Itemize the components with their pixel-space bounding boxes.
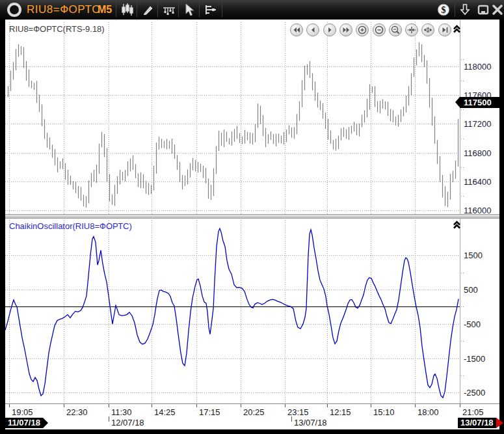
time-tick-mark [152,404,152,407]
time-tick-label: 18:00 [418,407,439,417]
time-tick-label: 11:30 [111,407,132,417]
separator [222,3,222,17]
levels-icon[interactable] [202,2,219,18]
time-tick-mark [109,404,109,407]
time-tick-mark [241,404,241,407]
title-bar: RIU8=ФОРТС M5 [0,0,504,20]
scroll-far-left-icon [291,25,302,35]
separator [178,3,179,17]
zoom-window-button[interactable] [389,23,402,36]
time-tick-mark [64,404,64,407]
scroll-far-right-button[interactable] [339,23,352,36]
oscillator-axis-label: 1500 [464,251,483,260]
expand-bars-icon [423,25,433,35]
chart-window: RIU8=ФОРТС M5 [0,0,504,434]
timeframe-label[interactable]: M5 [98,4,112,16]
time-tick-mark [327,404,328,407]
oscillator-axis-label: -500 [464,319,481,329]
zoom-out-icon [374,25,384,35]
separator [116,3,116,17]
indicator-icon[interactable] [161,2,178,18]
candlestick-chart-icon[interactable] [119,2,136,18]
date-label: 12/07/18 [111,418,144,427]
svg-text:$: $ [442,5,446,15]
chart-content: RIU8=ФОРТС(RTS-9.18) 1180001176001172001… [5,20,499,429]
collapse-price-panel-icon[interactable] [451,24,462,34]
scroll-far-right-icon [341,25,351,35]
date-label: 13/07/18 [294,418,327,427]
scroll-far-left-button[interactable] [290,23,303,36]
date-tick-mark [291,416,292,422]
price-panel-title: RIU8=ФОРТС(RTS-9.18) [9,24,105,34]
price-axis-label: 118000 [464,62,491,72]
scroll-right-button[interactable] [323,23,336,36]
dollar-icon[interactable]: $ [435,2,452,18]
zoom-in-icon [357,25,367,35]
close-icon[interactable] [489,2,504,18]
time-tick-label: 20:25 [243,407,265,417]
time-tick-label: 22:30 [66,407,88,417]
send-down-icon[interactable] [457,2,473,18]
time-tick-mark [196,404,197,407]
scroll-left-button[interactable] [306,23,319,36]
time-tick-label: 14:25 [154,407,176,417]
oscillator-panel-title: ChaikinOscillator(RIU8=ФОРТС) [9,221,132,231]
date-tick-mark [109,416,109,422]
time-tick-mark [285,404,285,407]
time-tick-mark [415,404,416,407]
separator [455,3,455,17]
time-tick-label: 15:10 [373,407,395,417]
scroll-right-icon [325,25,335,35]
pencil-icon[interactable] [140,2,157,18]
panel-splitter[interactable] [5,214,499,219]
price-bars-series [8,42,458,208]
oscillator-axis-label: -1500 [464,354,485,364]
expand-bars-button[interactable] [421,23,434,36]
time-tick-label: 17:15 [199,407,220,417]
zoom-window-icon [390,25,401,35]
time-tick-label: 19:05 [12,407,33,417]
last-price-marker: 117500 [460,97,503,108]
time-tick-label: 23:15 [287,407,309,417]
oscillator-axis-label: -2500 [464,388,485,398]
window-title: RIU8=ФОРТС [27,3,100,16]
go-to-end-button[interactable] [438,23,451,36]
oscillator-line [5,228,458,398]
time-tick-mark [9,404,10,407]
time-tick-mark [460,404,460,407]
date-badge-end: 13/07/18 [458,418,496,428]
separator [157,3,158,17]
price-axis-label: 116400 [464,177,491,187]
separator [199,3,200,17]
date-badge-start: 11/07/18 [5,418,43,428]
separator [137,3,137,17]
zoom-out-button[interactable] [373,23,386,36]
price-axis-label: 116800 [464,148,491,158]
zoom-in-button[interactable] [356,23,369,36]
compress-bars-button[interactable] [405,23,418,36]
instrument-ring-icon [7,3,21,17]
time-tick-label: 12:15 [330,407,351,417]
price-axis-label: 117200 [464,119,491,129]
go-to-end-icon [440,25,450,35]
collapse-oscillator-panel-icon[interactable] [451,220,462,230]
oscillator-axis-label: 500 [464,285,478,295]
cursor-icon[interactable] [181,2,198,18]
time-tick-mark [371,404,371,407]
scroll-left-icon [308,25,318,35]
time-tick-label: 21:05 [462,407,484,417]
compress-bars-icon [406,25,417,35]
